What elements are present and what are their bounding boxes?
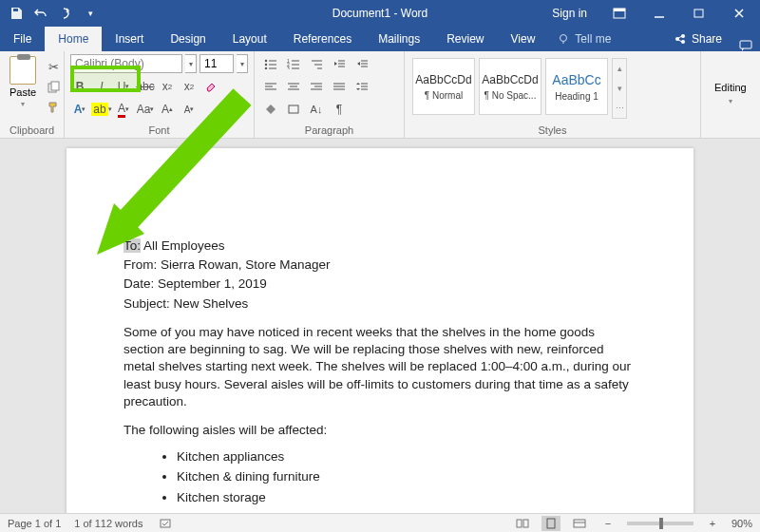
quick-access-toolbar: ▾: [0, 3, 101, 24]
zoom-slider[interactable]: [627, 522, 694, 525]
align-left-button[interactable]: [260, 77, 281, 96]
style-no-spacing[interactable]: AaBbCcDd ¶ No Spac...: [479, 58, 542, 115]
font-color-button[interactable]: A▾: [114, 100, 133, 119]
tab-layout[interactable]: Layout: [219, 27, 280, 51]
tab-references[interactable]: References: [280, 27, 365, 51]
align-right-button[interactable]: [306, 77, 327, 96]
ribbon-tabs: File Home Insert Design Layout Reference…: [0, 27, 760, 51]
font-size-dropdown[interactable]: ▾: [237, 54, 248, 73]
redo-button[interactable]: [55, 3, 76, 24]
change-case-button[interactable]: Aa▾: [136, 100, 155, 119]
chevron-up-icon[interactable]: ▴: [613, 59, 626, 79]
group-label: Clipboard: [6, 123, 58, 136]
group-clipboard: Paste ▾ ✂ Clipboard: [0, 51, 65, 138]
font-size-input[interactable]: [200, 54, 234, 73]
sort-button[interactable]: A↓: [306, 100, 327, 119]
editing-button[interactable]: Editing ▾: [707, 54, 754, 123]
undo-button[interactable]: [30, 3, 51, 24]
document-area[interactable]: To: All Employees From: Sierra Rowan, St…: [0, 139, 760, 513]
tell-me-search[interactable]: Tell me: [548, 27, 620, 51]
italic-button[interactable]: I: [92, 77, 111, 96]
align-center-button[interactable]: [283, 77, 304, 96]
memo-date-line: Date: September 1, 2019: [124, 276, 636, 293]
read-mode-button[interactable]: [513, 516, 532, 531]
memo-to-line: To: All Employees: [124, 238, 636, 255]
decrease-indent-button[interactable]: [329, 54, 350, 73]
paste-button[interactable]: Paste ▾: [6, 54, 40, 123]
list-item: Kitchen storage: [177, 489, 636, 506]
styles-gallery-scroll[interactable]: ▴ ▾ ⋯: [612, 58, 627, 119]
shading-button[interactable]: [260, 100, 281, 119]
svg-rect-3: [694, 10, 703, 17]
share-button[interactable]: Share: [665, 27, 732, 51]
close-button[interactable]: [720, 0, 758, 27]
more-icon[interactable]: ⋯: [613, 98, 626, 118]
svg-rect-51: [523, 520, 528, 527]
title-bar: ▾ Document1 - Word Sign in: [0, 0, 760, 27]
borders-button[interactable]: [283, 100, 304, 119]
save-button[interactable]: [6, 3, 27, 24]
style-heading-1[interactable]: AaBbCc Heading 1: [545, 58, 608, 115]
list-item: Kitchen appliances: [177, 448, 636, 466]
chevron-down-icon[interactable]: ▾: [613, 79, 626, 99]
zoom-out-button[interactable]: −: [598, 516, 618, 531]
show-marks-button[interactable]: ¶: [329, 100, 350, 119]
spell-check-icon[interactable]: [156, 516, 175, 531]
svg-rect-49: [161, 520, 170, 527]
tab-review[interactable]: Review: [433, 27, 497, 51]
zoom-level[interactable]: 90%: [732, 518, 752, 529]
format-painter-button[interactable]: [44, 98, 63, 115]
svg-point-12: [265, 60, 267, 62]
word-count[interactable]: 1 of 112 words: [74, 518, 142, 529]
body-paragraph: The following aisles will be affected:: [124, 422, 636, 439]
tab-design[interactable]: Design: [157, 27, 218, 51]
justify-button[interactable]: [329, 77, 350, 96]
svg-rect-53: [574, 520, 585, 527]
font-name-input[interactable]: [70, 54, 182, 73]
selected-text: To:: [124, 238, 141, 253]
maximize-button[interactable]: [680, 0, 718, 27]
sign-in-button[interactable]: Sign in: [541, 0, 598, 27]
memo-subject-line: Subject: New Shelves: [124, 295, 636, 313]
minimize-button[interactable]: [640, 0, 678, 27]
subscript-button[interactable]: x2: [158, 77, 177, 96]
text-effects-button[interactable]: A▾: [70, 100, 89, 119]
cut-button[interactable]: ✂: [44, 58, 63, 75]
multilevel-list-button[interactable]: [306, 54, 327, 73]
page-indicator[interactable]: Page 1 of 1: [8, 518, 61, 529]
numbering-button[interactable]: 123: [283, 54, 304, 73]
bold-button[interactable]: B: [70, 77, 89, 96]
svg-rect-52: [547, 519, 555, 528]
web-layout-button[interactable]: [570, 516, 589, 531]
copy-button[interactable]: [44, 78, 63, 95]
eraser-icon: [204, 80, 218, 93]
font-name-dropdown[interactable]: ▾: [185, 54, 197, 73]
highlight-button[interactable]: ab▾: [92, 100, 111, 119]
increase-indent-button[interactable]: [352, 54, 372, 73]
svg-text:3: 3: [287, 66, 290, 69]
svg-point-16: [265, 67, 267, 69]
qat-customize-button[interactable]: ▾: [80, 3, 101, 24]
style-normal[interactable]: AaBbCcDd ¶ Normal: [412, 58, 475, 115]
tab-file[interactable]: File: [0, 27, 45, 51]
grow-font-button[interactable]: A▴: [158, 100, 177, 119]
strikethrough-button[interactable]: abc: [136, 77, 155, 96]
bullets-button[interactable]: [260, 54, 281, 73]
tab-view[interactable]: View: [498, 27, 549, 51]
clear-formatting-button[interactable]: [201, 77, 220, 96]
ribbon-display-button[interactable]: [600, 0, 638, 27]
shrink-font-button[interactable]: A▾: [180, 100, 199, 119]
underline-button[interactable]: U▾: [114, 77, 133, 96]
document-page[interactable]: To: All Employees From: Sierra Rowan, St…: [66, 148, 694, 513]
tab-home[interactable]: Home: [45, 27, 102, 51]
tab-mailings[interactable]: Mailings: [365, 27, 433, 51]
svg-point-14: [265, 64, 267, 66]
line-spacing-button[interactable]: [352, 77, 372, 96]
comments-pane-button[interactable]: [732, 40, 760, 51]
print-layout-button[interactable]: [542, 516, 560, 531]
superscript-button[interactable]: x2: [180, 77, 199, 96]
tab-insert[interactable]: Insert: [102, 27, 157, 51]
group-styles: AaBbCcDd ¶ Normal AaBbCcDd ¶ No Spac... …: [405, 51, 701, 138]
svg-point-4: [560, 35, 567, 42]
zoom-in-button[interactable]: +: [703, 516, 722, 531]
